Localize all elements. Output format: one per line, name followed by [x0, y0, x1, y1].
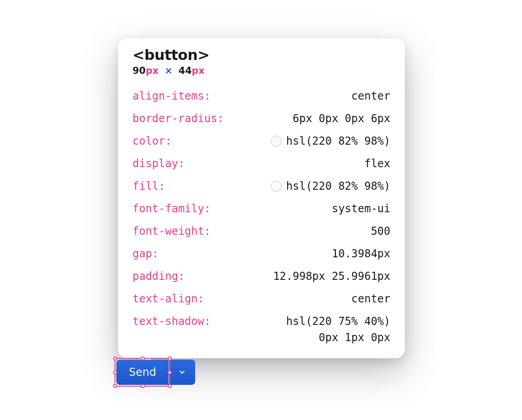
property-value: system-ui: [211, 201, 390, 217]
send-button[interactable]: Send: [116, 360, 169, 385]
send-button-selection-wrap: Send: [116, 360, 169, 385]
property-value: hsl(220 82% 98%): [165, 178, 390, 194]
property-name: align-items: [133, 88, 204, 104]
dimension-width-number: 90: [133, 65, 146, 76]
dimension-height-number: 44: [179, 65, 192, 76]
tooltip-header: <button> 90px × 44px: [133, 46, 390, 76]
property-name: border-radius: [133, 110, 217, 127]
dimension-width-unit: px: [146, 65, 159, 76]
send-button-group: Send: [116, 360, 195, 385]
property-row: text-shadow: hsl(220 75% 40%) 0px 1px 0p…: [133, 313, 390, 346]
dimension-height-unit: px: [192, 65, 205, 76]
chevron-down-icon: [178, 368, 186, 376]
property-row: font-weight: 500: [133, 223, 390, 239]
property-name: font-weight: [133, 223, 204, 239]
resize-handle-top-left[interactable]: [113, 356, 117, 361]
property-row: color: hsl(220 82% 98%): [133, 133, 390, 149]
property-row: gap: 10.3984px: [133, 246, 390, 262]
property-row: border-radius: 6px 0px 0px 6px: [133, 110, 390, 127]
element-dimensions: 90px × 44px: [133, 65, 390, 76]
dimension-separator: ×: [165, 65, 173, 76]
property-value: center: [211, 88, 390, 104]
property-row: padding: 12.998px 25.9961px: [133, 268, 390, 284]
property-row: font-family: system-ui: [133, 201, 390, 217]
property-name: fill: [133, 178, 159, 194]
property-value: 6px 0px 0px 6px: [224, 110, 390, 127]
property-row: align-items: center: [133, 88, 390, 104]
property-name: display: [133, 155, 178, 172]
property-row: text-align: center: [133, 291, 390, 307]
css-properties-list: align-items: center border-radius: 6px 0…: [133, 88, 390, 346]
send-dropdown-button[interactable]: [169, 360, 195, 385]
property-value: flex: [185, 155, 390, 172]
property-value-text: hsl(220 82% 98%): [286, 178, 390, 194]
property-value: 500: [211, 223, 390, 239]
property-row: fill: hsl(220 82% 98%): [133, 178, 390, 194]
property-value-text: hsl(220 82% 98%): [286, 133, 390, 149]
property-name: text-align: [133, 291, 198, 307]
property-value: hsl(220 82% 98%): [172, 133, 390, 149]
property-value: 12.998px 25.9961px: [185, 268, 390, 284]
property-name: padding: [133, 268, 178, 284]
property-name: gap: [133, 246, 152, 262]
property-value-line2: 0px 1px 0px: [319, 329, 390, 346]
color-swatch-icon: [271, 136, 282, 146]
property-name: color: [133, 133, 165, 149]
property-name: text-shadow: [133, 313, 204, 329]
element-tag-label: <button>: [133, 46, 390, 64]
property-row: display: flex: [133, 155, 390, 172]
color-swatch-icon: [271, 181, 282, 192]
property-value: 10.3984px: [159, 246, 390, 262]
resize-handle-bottom-left[interactable]: [113, 384, 117, 388]
inspector-tooltip: <button> 90px × 44px align-items: center…: [118, 38, 405, 358]
property-value: hsl(220 75% 40%) 0px 1px 0px: [211, 313, 390, 346]
property-value-line1: hsl(220 75% 40%): [286, 313, 390, 329]
property-name: font-family: [133, 201, 204, 217]
property-value: center: [204, 291, 390, 307]
